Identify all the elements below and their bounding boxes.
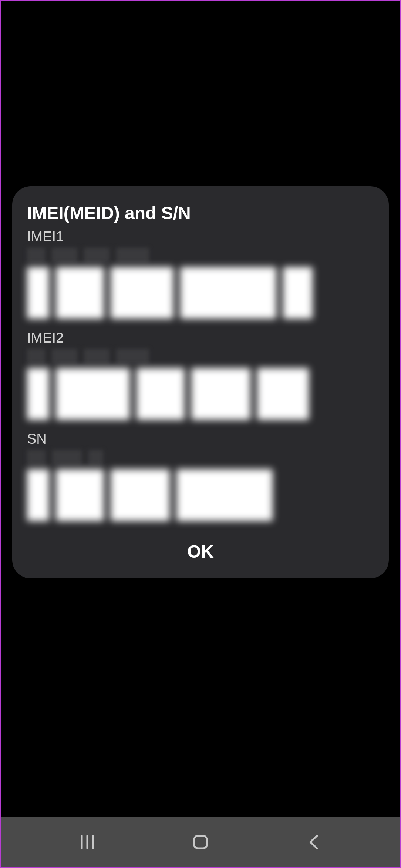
sn-barcode-redacted: [27, 469, 374, 521]
ok-button[interactable]: OK: [27, 532, 374, 567]
imei2-value-redacted: [27, 349, 149, 364]
navigation-bar: [1, 817, 400, 867]
imei-dialog: IMEI(MEID) and S/N IMEI1 IMEI2 SN: [12, 186, 389, 578]
imei1-value-redacted: [27, 248, 149, 263]
back-button[interactable]: [303, 831, 325, 853]
home-button[interactable]: [189, 831, 212, 853]
imei2-barcode-redacted: [27, 368, 374, 420]
imei1-barcode-redacted: [27, 267, 374, 319]
imei1-label: IMEI1: [27, 229, 374, 245]
dialog-title: IMEI(MEID) and S/N: [27, 203, 374, 223]
imei2-label: IMEI2: [27, 330, 374, 346]
sn-label: SN: [27, 431, 374, 447]
recents-button[interactable]: [76, 831, 98, 853]
svg-rect-3: [194, 836, 207, 848]
sn-value-redacted: [27, 450, 105, 465]
